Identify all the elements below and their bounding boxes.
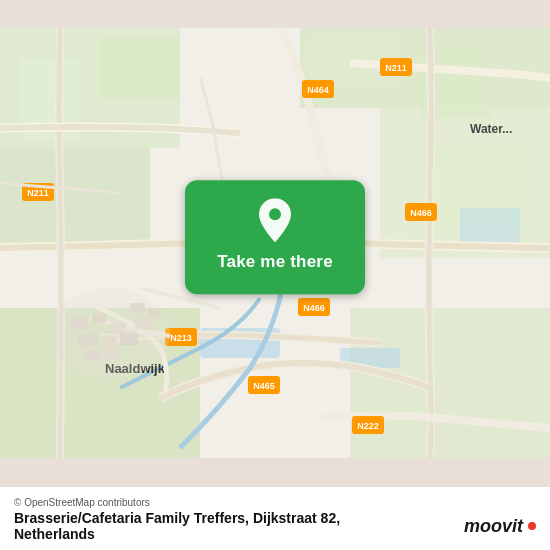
svg-text:N213: N213 <box>170 333 192 343</box>
svg-text:N465: N465 <box>253 381 275 391</box>
svg-text:N211: N211 <box>27 188 49 198</box>
location-pin-icon <box>257 198 293 242</box>
svg-text:N222: N222 <box>357 421 379 431</box>
location-subtitle: Netherlands <box>14 526 340 542</box>
svg-rect-7 <box>350 308 550 458</box>
location-title: Brasserie/Cafetaria Family Treffers, Dij… <box>14 510 340 526</box>
svg-point-46 <box>269 208 281 220</box>
svg-text:N464: N464 <box>307 85 329 95</box>
copyright-text: © OpenStreetMap contributors <box>14 497 536 508</box>
svg-text:N466: N466 <box>303 303 325 313</box>
take-me-there-button[interactable]: Take me there <box>185 180 365 294</box>
app-container: N211 N211 N464 N466 N466 N213 N465 N222 <box>0 0 550 550</box>
moovit-dot <box>528 522 536 530</box>
moovit-wordmark: moovit <box>464 516 523 537</box>
svg-point-45 <box>50 288 170 378</box>
svg-rect-9 <box>100 38 180 98</box>
moovit-logo: moovit <box>464 516 536 537</box>
map-area: N211 N211 N464 N466 N466 N213 N465 N222 <box>0 0 550 486</box>
footer-bottom: Brasserie/Cafetaria Family Treffers, Dij… <box>14 510 536 542</box>
svg-text:N466: N466 <box>410 208 432 218</box>
footer: © OpenStreetMap contributors Brasserie/C… <box>0 486 550 550</box>
svg-text:N211: N211 <box>385 63 407 73</box>
location-info: Brasserie/Cafetaria Family Treffers, Dij… <box>14 510 340 542</box>
svg-text:Water...: Water... <box>470 122 512 136</box>
take-me-there-label: Take me there <box>217 252 333 272</box>
